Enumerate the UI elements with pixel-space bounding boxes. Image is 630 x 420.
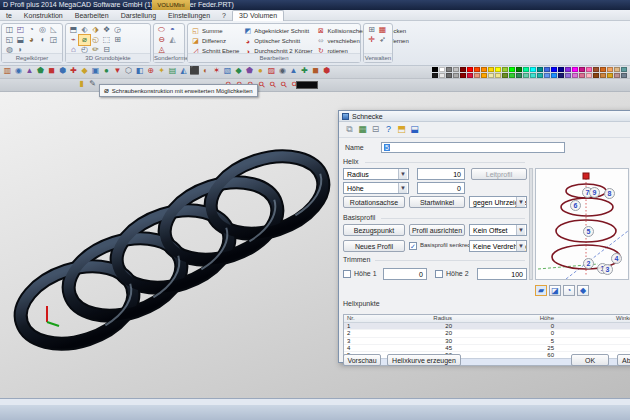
help-icon[interactable]: ? — [382, 123, 395, 136]
tool-icon[interactable]: ◶ — [112, 25, 123, 35]
color-swatch[interactable] — [544, 67, 550, 72]
tool-icon[interactable]: ▼ — [112, 66, 123, 76]
tool-icon[interactable]: ⊖ — [156, 35, 167, 45]
color-swatch[interactable] — [614, 67, 620, 72]
color-swatch[interactable] — [530, 73, 536, 78]
senkrecht-checkbox[interactable]: ✓ — [409, 242, 417, 250]
ribbon-item-optischer-schnitt[interactable]: ◕Optischer Schnitt — [243, 36, 312, 46]
tab-3d-volumen[interactable]: 3D Volumen — [232, 10, 284, 21]
ribbon-item-abgeknickter-schnitt[interactable]: ◩Abgeknickter Schnitt — [243, 26, 312, 36]
color-swatch[interactable] — [600, 73, 606, 78]
color-swatch[interactable] — [572, 73, 578, 78]
volumini-badge[interactable]: VOLUMini — [152, 0, 190, 10]
menu-item--[interactable]: ? — [216, 11, 232, 21]
direction-select[interactable]: gegen Uhrzeigersinn▼ — [469, 196, 527, 208]
verdrehung-select[interactable]: Keine Verdrehung▼ — [469, 240, 527, 252]
tool-icon[interactable]: ◉ — [277, 66, 288, 76]
color-swatch[interactable] — [516, 73, 522, 78]
color-swatch[interactable] — [439, 73, 445, 78]
tool-icon[interactable]: ◎ — [37, 25, 48, 35]
tool-icon[interactable]: ⬛ — [189, 66, 200, 76]
table-row[interactable]: 44525 — [344, 345, 630, 352]
profil-ausrichten-button[interactable]: Profil ausrichten — [409, 224, 465, 236]
tool-icon[interactable]: ✛ — [366, 35, 377, 45]
tool-icon[interactable]: ⬖ — [79, 25, 90, 35]
dropdown-panel-icon[interactable]: ⊟ — [369, 123, 382, 136]
tool-icon[interactable]: ➶ — [377, 35, 388, 45]
color-swatch[interactable] — [600, 67, 606, 72]
tool-icon[interactable]: ⬢ — [321, 66, 332, 76]
hoehe-value-field[interactable]: 0 — [417, 182, 465, 194]
color-swatch[interactable] — [453, 73, 459, 78]
color-swatch[interactable] — [446, 73, 452, 78]
tool-icon[interactable]: ⬟ — [244, 66, 255, 76]
tool-icon[interactable]: ◖ — [37, 35, 48, 45]
color-swatch[interactable] — [488, 67, 494, 72]
color-swatch[interactable] — [607, 67, 613, 72]
menu-item-konstruktion[interactable]: Konstruktion — [18, 11, 69, 21]
open-folder-icon[interactable]: ⬒ — [395, 123, 408, 136]
tool-icon[interactable]: ▲ — [288, 66, 299, 76]
tool-icon[interactable]: ⬟ — [35, 66, 46, 76]
color-swatch[interactable] — [453, 67, 459, 72]
color-swatch[interactable] — [593, 67, 599, 72]
save-icon[interactable]: ⬓ — [408, 123, 421, 136]
tool-icon[interactable]: ⊞ — [112, 35, 123, 45]
lock-icon[interactable]: ▮ — [76, 79, 87, 89]
hoehe1-field[interactable]: 0 — [383, 268, 427, 280]
tool-icon[interactable]: ◭ — [178, 66, 189, 76]
abbrechen-button[interactable]: Abbrechen — [617, 354, 630, 366]
tool-icon[interactable]: ◭ — [167, 35, 178, 45]
tool-icon[interactable]: ◧ — [134, 66, 145, 76]
color-swatch[interactable] — [537, 73, 543, 78]
color-swatch[interactable] — [551, 73, 557, 78]
tool-icon[interactable]: ✶ — [211, 66, 222, 76]
tool-icon[interactable]: ◓ — [167, 25, 178, 35]
leitprofil-button[interactable]: Leitprofil — [471, 168, 527, 180]
tool-icon[interactable]: ⬒ — [68, 25, 79, 35]
menu-item-te[interactable]: te — [0, 11, 18, 21]
tool-icon[interactable]: ◆ — [79, 66, 90, 76]
radius-select[interactable]: Radius▼ — [343, 168, 409, 180]
color-swatch[interactable] — [481, 73, 487, 78]
tool-icon[interactable]: ◼ — [310, 66, 321, 76]
tool-icon[interactable]: ⬭ — [156, 25, 167, 35]
table-row[interactable]: 1200 — [344, 323, 630, 330]
dialog-title-bar[interactable]: Schnecke — [339, 111, 630, 122]
hoehe2-field[interactable]: 100 — [477, 268, 527, 280]
vorschau-button[interactable]: Vorschau — [343, 354, 381, 366]
color-swatch[interactable] — [621, 73, 627, 78]
name-input[interactable]: 5 — [381, 142, 565, 153]
tool-icon[interactable]: ◰ — [15, 25, 26, 35]
color-swatch[interactable] — [502, 73, 508, 78]
startwinkel-button[interactable]: Startwinkel — [409, 196, 465, 208]
helix-screw-tool-icon[interactable]: ⌀ — [79, 35, 90, 45]
tool-icon[interactable]: ⌁ — [68, 35, 79, 45]
color-swatch[interactable] — [544, 73, 550, 78]
color-swatch[interactable] — [467, 73, 473, 78]
tool-icon[interactable]: ▲ — [24, 66, 35, 76]
color-swatch[interactable] — [467, 67, 473, 72]
ribbon-item-verschieben[interactable]: ⬄verschieben — [316, 36, 368, 46]
helixkurve-erzeugen-button[interactable]: Helixkurve erzeugen — [387, 354, 461, 366]
tool-icon[interactable]: ● — [101, 66, 112, 76]
tool-icon[interactable]: ⬓ — [15, 35, 26, 45]
color-swatch[interactable] — [474, 73, 480, 78]
offset-select[interactable]: Kein Offset▼ — [469, 224, 527, 236]
copy-icon[interactable]: ⧉ — [343, 123, 356, 136]
tool-icon[interactable]: ▨ — [266, 66, 277, 76]
tool-icon[interactable]: ◉ — [13, 66, 24, 76]
tool-icon[interactable]: ✚ — [299, 66, 310, 76]
toolbox-icon[interactable]: ▦ — [377, 25, 388, 35]
view-mode-icon[interactable]: ◪ — [549, 285, 561, 296]
tool-icon[interactable]: ◱ — [4, 35, 15, 45]
color-swatch[interactable] — [558, 67, 564, 72]
color-swatch[interactable] — [586, 67, 592, 72]
ribbon-item-kollisionscheck[interactable]: ⊠Kollisionscheck — [316, 26, 368, 36]
menu-item-einstellungen[interactable]: Einstellungen — [162, 11, 216, 21]
menu-item-bearbeiten[interactable]: Bearbeiten — [69, 11, 115, 21]
color-swatch[interactable] — [565, 73, 571, 78]
color-swatch[interactable] — [579, 73, 585, 78]
color-swatch[interactable] — [537, 67, 543, 72]
ribbon-item-summe[interactable]: ◱Summe — [191, 26, 239, 36]
